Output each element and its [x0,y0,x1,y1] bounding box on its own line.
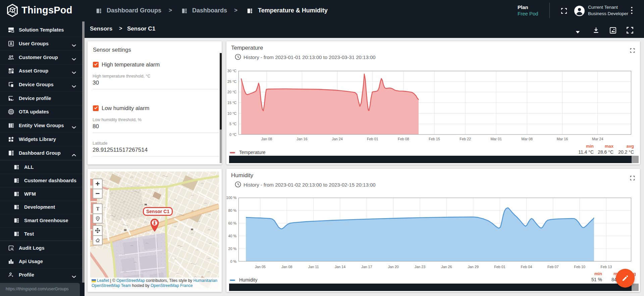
svg-text:T: T [96,206,99,211]
